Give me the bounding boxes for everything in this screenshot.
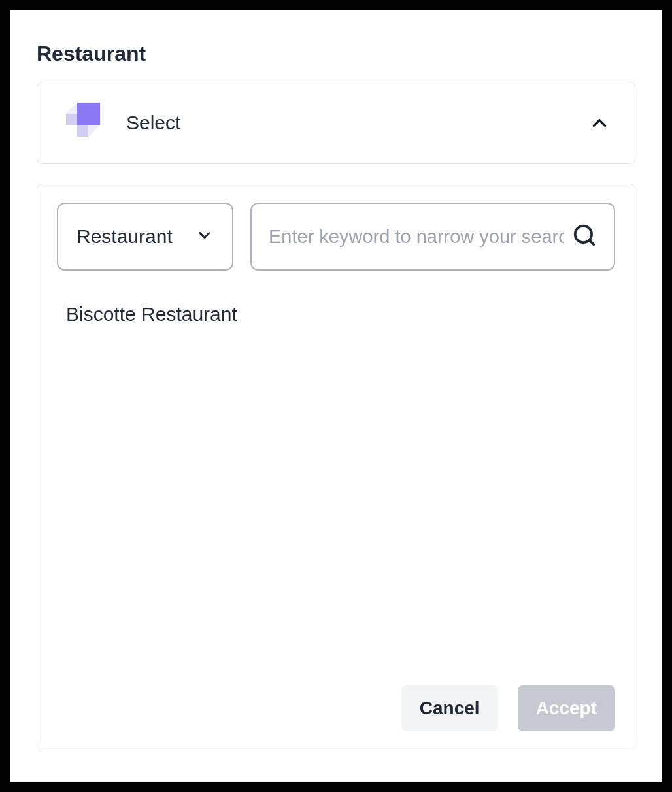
list-item[interactable]: Biscotte Restaurant: [57, 298, 615, 331]
frame: Restaurant Select Restaurant: [10, 10, 662, 782]
chevron-down-icon: [195, 226, 214, 247]
svg-marker-4: [88, 125, 100, 137]
dropdown-panel: Restaurant Biscotte Restaurant: [37, 184, 635, 750]
search-icon: [572, 223, 597, 250]
svg-rect-0: [77, 103, 100, 125]
svg-rect-2: [77, 125, 88, 137]
select-trigger[interactable]: Select: [37, 82, 635, 164]
svg-marker-3: [66, 103, 77, 114]
svg-rect-1: [66, 114, 77, 125]
filter-type-label: Restaurant: [76, 225, 173, 248]
strapi-logo-icon: [61, 100, 107, 146]
actions-row: Cancel Accept: [57, 685, 615, 731]
cancel-button[interactable]: Cancel: [401, 685, 498, 731]
accept-button[interactable]: Accept: [518, 685, 615, 731]
section-title: Restaurant: [37, 42, 635, 66]
svg-line-6: [589, 240, 594, 244]
filter-row: Restaurant: [57, 203, 615, 271]
search-wrap: [250, 203, 615, 271]
filter-type-select[interactable]: Restaurant: [57, 203, 233, 271]
results-list: Biscotte Restaurant: [57, 298, 615, 666]
select-trigger-label: Select: [126, 112, 568, 134]
search-input[interactable]: [269, 226, 597, 248]
chevron-up-icon: [588, 111, 611, 135]
